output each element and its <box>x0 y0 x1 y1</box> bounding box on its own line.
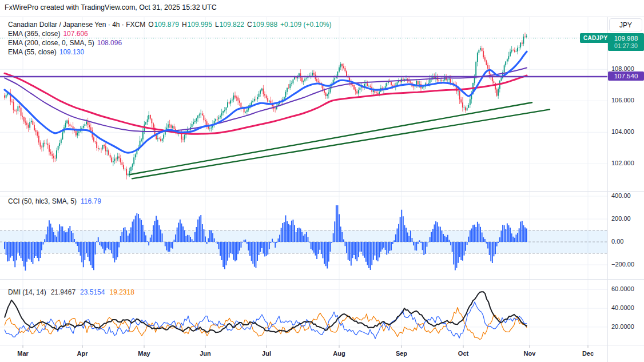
ema200-label[interactable]: EMA (200, close, 0, SMA, 5) <box>8 39 94 47</box>
low-label: L <box>215 21 219 29</box>
dmi-plusdi-value: 23.5154 <box>80 288 105 296</box>
horizontal-level-badge[interactable]: 107.540 <box>608 71 644 81</box>
dmi-axis-label: 20.0000 <box>611 323 634 330</box>
low-value: 109.822 <box>220 21 244 29</box>
cci-axis-label: 0.00 <box>611 238 623 245</box>
ema365-value: 107.606 <box>63 30 88 38</box>
bar-countdown: 01:27:30 <box>608 42 644 50</box>
cci-label[interactable]: CCI (50, hlc3, SMA, 5) <box>8 197 77 205</box>
time-axis-label: Dec <box>582 350 594 357</box>
ema365-label[interactable]: EMA (365, close) <box>8 30 60 38</box>
cci-axis-label: 400.00 <box>611 192 631 199</box>
ema200-legend-row[interactable]: EMA (200, close, 0, SMA, 5) 108.096 <box>8 39 331 47</box>
ema55-label[interactable]: EMA (55, close) <box>8 48 57 57</box>
time-axis-label: Sep <box>396 350 407 357</box>
price-axis-label: 104.000 <box>611 128 634 135</box>
time-axis-label: Apr <box>77 350 88 357</box>
cci-axis-label: −200.00 <box>611 261 634 268</box>
close-label: C <box>247 21 252 29</box>
price-scale-currency[interactable]: JPY <box>609 18 642 31</box>
price-axis-label: 106.000 <box>611 97 634 104</box>
last-price-value: 109.988 <box>608 34 644 42</box>
dmi-axis-label: 40.0000 <box>611 304 634 311</box>
cci-legend-row[interactable]: CCI (50, hlc3, SMA, 5) 116.79 <box>8 197 101 205</box>
time-axis-label: May <box>138 350 150 357</box>
time-axis-label: Mar <box>17 350 29 357</box>
price-axis-label: 102.000 <box>611 160 634 166</box>
dmi-axis-label: 60.0000 <box>611 285 634 292</box>
time-axis-label: Oct <box>458 350 468 357</box>
symbol-price-label-badge[interactable]: CADJPY <box>580 33 611 43</box>
change-value: +0.109 (+0.10%) <box>280 21 331 29</box>
high-value: 109.995 <box>188 21 212 29</box>
dmi-minusdi-value: 19.2318 <box>109 288 134 296</box>
ema200-value: 108.096 <box>97 39 122 47</box>
dmi-label[interactable]: DMI (14, 14) <box>8 288 46 296</box>
tradingview-chart-export: FxWirePro created with TradingView.com, … <box>0 0 644 362</box>
ema55-legend-row[interactable]: EMA (55, close) 109.130 <box>8 48 331 57</box>
close-value: 109.988 <box>253 21 277 29</box>
time-axis-label: Jun <box>200 350 211 357</box>
symbol-legend-row[interactable]: Canadian Dollar / Japanese Yen · 4h · FX… <box>8 21 331 29</box>
dmi-legend-row[interactable]: DMI (14, 14) 21.9467 23.5154 19.2318 <box>8 288 134 296</box>
last-price-badge[interactable]: 109.988 01:27:30 <box>608 33 644 51</box>
time-axis-label: Jul <box>262 350 271 357</box>
symbol-title[interactable]: Canadian Dollar / Japanese Yen · 4h · FX… <box>8 21 145 29</box>
high-label: H <box>182 21 187 29</box>
open-value: 109.879 <box>154 21 178 29</box>
currency-label: JPY <box>619 21 632 29</box>
cci-value: 116.79 <box>81 197 101 205</box>
legend-block: Canadian Dollar / Japanese Yen · 4h · FX… <box>8 21 331 57</box>
open-label: O <box>148 21 153 29</box>
time-axis-label: Aug <box>333 350 345 357</box>
dmi-adx-value: 21.9467 <box>51 288 75 296</box>
ema365-legend-row[interactable]: EMA (365, close) 107.606 <box>8 30 331 38</box>
cci-axis-label: 200.00 <box>611 215 631 222</box>
time-axis-label: Nov <box>524 350 536 357</box>
ema55-value: 109.130 <box>59 48 84 57</box>
